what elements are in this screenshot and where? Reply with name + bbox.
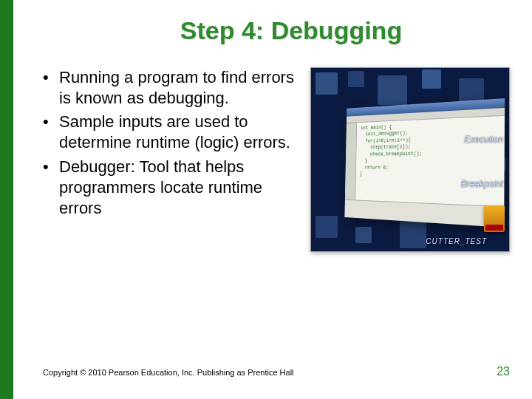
slide-title: Step 4: Debugging (72, 16, 510, 45)
overlay-label: Execution (464, 134, 503, 145)
code-area: int main() { init_debugger(); for(i=0;i<… (355, 116, 505, 206)
accent-bar (0, 0, 13, 399)
decorative-image: int main() { init_debugger(); for(i=0;i<… (310, 67, 510, 252)
copyright-footer: Copyright © 2010 Pearson Education, Inc.… (43, 368, 294, 377)
bullet-item: Running a program to find errors is know… (43, 67, 297, 109)
overlay-label: Breakpoint (461, 179, 503, 189)
page-number: 23 (497, 365, 510, 378)
bullet-list: Running a program to find errors is know… (43, 67, 297, 222)
slide-body: Step 4: Debugging Running a program to f… (13, 0, 532, 399)
bullet-item: Debugger: Tool that helps programmers lo… (43, 157, 297, 219)
tilted-debugger-window: int main() { init_debugger(); for(i=0;i<… (344, 98, 505, 228)
bullet-item: Sample inputs are used to determine runt… (43, 112, 297, 153)
chip-icon (484, 205, 505, 232)
overlay-label: CUTTER_TEST (426, 237, 487, 245)
content-row: Running a program to find errors is know… (43, 67, 510, 252)
